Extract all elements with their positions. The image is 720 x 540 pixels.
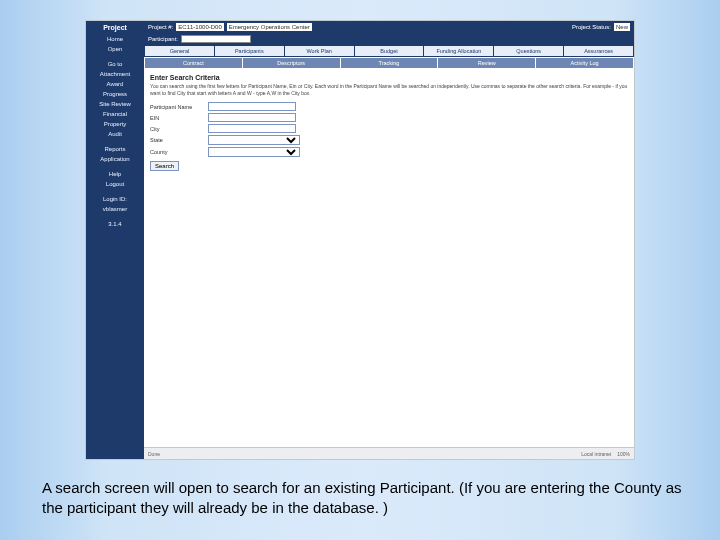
tab-tracking[interactable]: Tracking xyxy=(341,57,439,69)
status-left: Done xyxy=(148,451,160,457)
label-state: State xyxy=(150,137,208,143)
tab-general[interactable]: General xyxy=(144,45,215,57)
sidebar-item-reports[interactable]: Reports xyxy=(86,144,144,154)
select-state[interactable] xyxy=(208,135,300,145)
tab-assurances[interactable]: Assurances xyxy=(564,45,634,57)
input-city[interactable] xyxy=(208,124,296,133)
input-ein[interactable] xyxy=(208,113,296,122)
project-num-label: Project #: xyxy=(148,24,173,30)
status-zoom: 100% xyxy=(617,451,630,457)
tab-row-2: Contract Descriptors Tracking Review Act… xyxy=(144,57,634,69)
tab-funding-allocation[interactable]: Funding Allocation xyxy=(424,45,494,57)
sidebar-header: Project xyxy=(86,21,144,34)
tab-contract[interactable]: Contract xyxy=(144,57,243,69)
input-participant-name[interactable] xyxy=(208,102,296,111)
search-panel: Enter Search Criteria You can search usi… xyxy=(144,69,634,176)
tab-activity-log[interactable]: Activity Log xyxy=(536,57,634,69)
sidebar-item-goto[interactable]: Go to xyxy=(86,59,144,69)
sidebar-item-logout[interactable]: Logout xyxy=(86,179,144,189)
sidebar-item-home[interactable]: Home xyxy=(86,34,144,44)
tab-descriptors[interactable]: Descriptors xyxy=(243,57,341,69)
sidebar: Project Home Open Go to Attachment Award… xyxy=(86,21,144,459)
project-name-value: Emergency Operations Center xyxy=(227,23,312,31)
search-panel-title: Enter Search Criteria xyxy=(150,74,628,81)
label-participant-name: Participant Name xyxy=(150,104,208,110)
tab-review[interactable]: Review xyxy=(438,57,536,69)
tab-row-1: General Participants Work Plan Budget Fu… xyxy=(144,45,634,57)
tab-work-plan[interactable]: Work Plan xyxy=(285,45,355,57)
sidebar-item-help[interactable]: Help xyxy=(86,169,144,179)
participant-label: Participant: xyxy=(148,36,178,42)
search-button[interactable]: Search xyxy=(150,161,179,171)
tab-budget[interactable]: Budget xyxy=(355,45,425,57)
select-county[interactable] xyxy=(208,147,300,157)
status-intranet: Local intranet xyxy=(581,451,611,457)
sidebar-login-value: vblasmer xyxy=(86,204,144,214)
slide-caption: A search screen will open to search for … xyxy=(42,478,682,519)
tab-participants[interactable]: Participants xyxy=(215,45,285,57)
tab-questions[interactable]: Questions xyxy=(494,45,564,57)
project-header-bar: Project #: EC11-1000-D00 Emergency Opera… xyxy=(144,21,634,33)
label-county: County xyxy=(150,149,208,155)
project-status-label: Project Status: xyxy=(572,24,611,30)
sidebar-item-site-review[interactable]: Site Review xyxy=(86,99,144,109)
sidebar-item-progress[interactable]: Progress xyxy=(86,89,144,99)
sidebar-item-award[interactable]: Award xyxy=(86,79,144,89)
participant-bar: Participant: xyxy=(144,33,634,45)
sidebar-item-application[interactable]: Application xyxy=(86,154,144,164)
label-ein: EIN xyxy=(150,115,208,121)
main-area: Project #: EC11-1000-D00 Emergency Opera… xyxy=(144,21,634,459)
status-bar: Done Local intranet 100% xyxy=(144,447,634,459)
sidebar-login-label: Login ID: xyxy=(86,194,144,204)
app-window: Project Home Open Go to Attachment Award… xyxy=(85,20,635,460)
search-panel-desc: You can search using the first few lette… xyxy=(150,83,628,96)
sidebar-item-audit[interactable]: Audit xyxy=(86,129,144,139)
sidebar-item-attachment[interactable]: Attachment xyxy=(86,69,144,79)
sidebar-item-property[interactable]: Property xyxy=(86,119,144,129)
project-status-value: New xyxy=(614,23,630,31)
label-city: City xyxy=(150,126,208,132)
sidebar-item-open[interactable]: Open xyxy=(86,44,144,54)
project-num-value: EC11-1000-D00 xyxy=(176,23,223,31)
sidebar-item-financial[interactable]: Financial xyxy=(86,109,144,119)
sidebar-version: 3.1.4 xyxy=(86,219,144,229)
participant-input[interactable] xyxy=(181,35,251,43)
